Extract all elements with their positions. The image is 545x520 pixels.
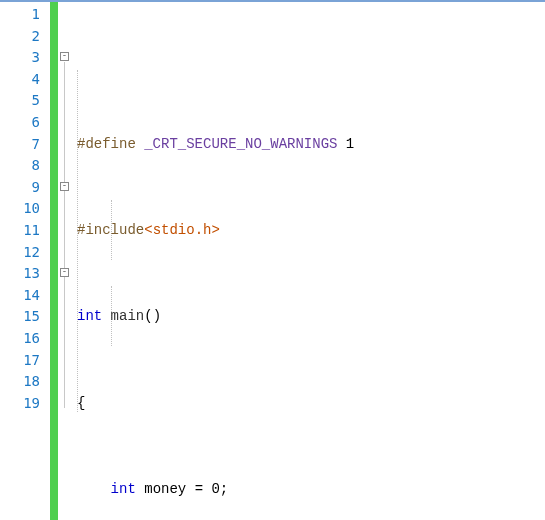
line-number: 10	[0, 198, 40, 220]
line-number: 12	[0, 242, 40, 264]
line-number: 5	[0, 90, 40, 112]
line-number: 14	[0, 285, 40, 307]
line-number: 7	[0, 134, 40, 156]
code-line[interactable]: int main()	[73, 306, 545, 328]
line-number-gutter: 1 2 3 4 5 6 7 8 9 10 11 12 13 14 15 16 1…	[0, 2, 50, 520]
line-number: 2	[0, 26, 40, 48]
line-number: 19	[0, 393, 40, 415]
line-number: 15	[0, 306, 40, 328]
fold-guide	[64, 62, 65, 408]
fold-column: - - -	[58, 2, 73, 520]
token-macro: _CRT_SECURE_NO_WARNINGS	[136, 136, 338, 152]
token-brace: {	[77, 395, 85, 411]
line-number: 9	[0, 177, 40, 199]
code-line[interactable]: #define _CRT_SECURE_NO_WARNINGS 1	[73, 134, 545, 156]
line-number: 13	[0, 263, 40, 285]
token-paren: ()	[144, 308, 161, 324]
token-header: stdio.h	[153, 222, 212, 238]
line-number: 16	[0, 328, 40, 350]
code-line[interactable]: #include<stdio.h>	[73, 220, 545, 242]
token-angle: <	[144, 222, 152, 238]
fold-toggle-icon[interactable]: -	[60, 52, 69, 61]
line-number: 18	[0, 371, 40, 393]
token-identifier: main	[102, 308, 144, 324]
code-line[interactable]: {	[73, 393, 545, 415]
token-keyword: int	[77, 308, 102, 324]
token-text: money = 0;	[136, 481, 228, 497]
code-line[interactable]: int money = 0;	[73, 479, 545, 501]
token-keyword: int	[111, 481, 136, 497]
line-number: 3	[0, 47, 40, 69]
fold-toggle-icon[interactable]: -	[60, 182, 69, 191]
line-number: 4	[0, 69, 40, 91]
change-margin	[50, 2, 58, 520]
line-number: 8	[0, 155, 40, 177]
indent	[77, 481, 111, 497]
code-editor: 1 2 3 4 5 6 7 8 9 10 11 12 13 14 15 16 1…	[0, 0, 545, 520]
fold-toggle-icon[interactable]: -	[60, 268, 69, 277]
token-number: 1	[337, 136, 354, 152]
line-number: 1	[0, 4, 40, 26]
line-number: 11	[0, 220, 40, 242]
line-number: 6	[0, 112, 40, 134]
token-preproc: #include	[77, 222, 144, 238]
code-area[interactable]: #define _CRT_SECURE_NO_WARNINGS 1 #inclu…	[73, 2, 545, 520]
line-number: 17	[0, 350, 40, 372]
token-preproc: #define	[77, 136, 136, 152]
token-angle: >	[211, 222, 219, 238]
